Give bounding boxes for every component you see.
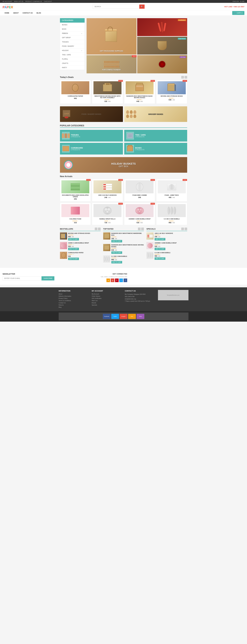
- sidebar-item-bags[interactable]: BAGS: [60, 27, 84, 31]
- sidebar-item-tissues[interactable]: TISSUES: [60, 40, 84, 44]
- sidebar-item-crafts[interactable]: CRAFTS: [60, 61, 84, 66]
- nav-blog[interactable]: BLOG: [34, 10, 43, 16]
- footer-link-myaccount[interactable]: My Account: [92, 293, 122, 295]
- newsletter-email-input[interactable]: [2, 276, 42, 280]
- sidebar-item-ribbon[interactable]: RIBBON ►: [60, 31, 84, 36]
- product-card: 5 X 300 X 50M BUBBLE ★★★★☆ 96$ 50$: [156, 203, 187, 225]
- category-boxes[interactable]: BOXES 6 PRODUCTS: [124, 143, 187, 154]
- product-image: [158, 204, 186, 217]
- stars: ★★★★☆: [154, 254, 187, 255]
- footer-contact: CONTACT US My Company Glasgow G04 8NO 00…: [125, 290, 155, 309]
- topbar-left: MY ACCOUNT WISH LIST (0) PRODUCT COMPARE…: [2, 1, 52, 2]
- footer-link-wishlist[interactable]: Wish List: [92, 300, 122, 301]
- banner-paper[interactable]: Paper Boxes: [137, 37, 187, 55]
- stars: ★★★★☆: [154, 234, 187, 236]
- add-to-cart-button[interactable]: ADD TO CART: [154, 238, 165, 240]
- add-to-cart-button[interactable]: ADD TO CART: [111, 240, 122, 242]
- food-bakery-banner[interactable]: Lunch FOOD / BAKERY BOXES: [60, 106, 123, 122]
- sidebar-item-giftwrap[interactable]: GIFT WRAP: [60, 36, 84, 40]
- footer: INFORMATION About Delivery Information P…: [0, 287, 247, 311]
- sale-badge: SALE: [182, 179, 187, 181]
- sidebar-item-food[interactable]: FOOD / BAKERY: [60, 44, 84, 48]
- facebook-icon[interactable]: f: [124, 278, 127, 282]
- grocery-banner[interactable]: GROCERY BOXES: [124, 106, 187, 122]
- todays-deals-title: Today's Deals: [60, 76, 74, 78]
- main-container: CATEGORIES BOXES BAGS RIBBON ► GIFT WRAP…: [59, 18, 188, 73]
- category-tissues-info: TISSUES 4 PRODUCTS: [71, 134, 80, 138]
- holiday-banner[interactable]: HOLIDAY BUSKETS GIFT BOX: [60, 157, 187, 173]
- sidebar-item-holiday[interactable]: HOLIDAY ►: [60, 48, 84, 53]
- mini-price: 64$ 20$: [68, 236, 100, 238]
- footer-link-blog[interactable]: Blog: [59, 306, 89, 308]
- footer-contact-title: CONTACT US: [125, 290, 155, 292]
- footer-link-giftcerts[interactable]: Gift Certificates: [92, 298, 122, 299]
- topbar-compare[interactable]: PRODUCT COMPARE (0): [25, 1, 42, 2]
- banner-food-tag: Food/Bakery: [178, 19, 186, 21]
- mini-product-name: 1500M X 100M BUBBLE WRAP: [68, 242, 100, 244]
- topbar-account[interactable]: MY ACCOUNT: [2, 1, 12, 2]
- twitter-icon[interactable]: t: [119, 278, 123, 282]
- search-button[interactable]: 🔍: [139, 4, 144, 9]
- pinterest-icon[interactable]: P: [115, 278, 119, 282]
- product-stars: ★★★★☆: [158, 220, 186, 222]
- footer-link-orderhistory[interactable]: Order History: [92, 296, 122, 297]
- add-to-cart-button[interactable]: ADD TO CART: [68, 238, 79, 240]
- footer-link-brands[interactable]: Brands: [92, 302, 122, 304]
- footer-link-delivery[interactable]: Delivery Information: [59, 296, 89, 297]
- banner-confect[interactable]: SALE FOR CONFECTIONERY: [86, 55, 136, 73]
- footer-link-returns[interactable]: Returns: [59, 304, 89, 306]
- category-tissues[interactable]: TISSUES 4 PRODUCTS: [60, 130, 123, 142]
- footer-link-specials[interactable]: Specials: [92, 304, 122, 306]
- footer-link-about[interactable]: About: [59, 293, 89, 295]
- sidebar-item-floral[interactable]: FLORAL: [60, 57, 84, 61]
- nav-contact[interactable]: CONTACT US: [21, 10, 35, 16]
- google-badge: Google+: [120, 314, 128, 319]
- footer-link-terms[interactable]: Terms & Conditions: [59, 300, 89, 301]
- google-icon[interactable]: g: [111, 278, 114, 282]
- footer-link-contact[interactable]: Contact Us: [59, 302, 89, 304]
- bestsellers-next[interactable]: ›: [98, 228, 100, 230]
- mini-product-info: 1000 X A6 SELF ADHESIVE ★★★★☆ 24$ 10$ AD…: [154, 232, 187, 240]
- top-rated-prev[interactable]: ‹: [138, 228, 140, 230]
- search-input[interactable]: [93, 4, 139, 9]
- topbar-checkout[interactable]: CHECKOUT: [44, 1, 52, 2]
- nav-about[interactable]: ABOUT: [11, 10, 21, 16]
- rss-icon[interactable]: ●: [106, 278, 110, 282]
- topbar-currency[interactable]: $ USD: [240, 1, 244, 2]
- category-name: BOXES: [135, 147, 144, 149]
- product-price: 96$ 50$: [158, 222, 186, 224]
- category-cardboard[interactable]: CARDBOARD 5 PRODUCTS: [60, 143, 123, 154]
- product-card: SALE DOCUMENTS ENCLOSED ENVELOPES GREEN …: [60, 179, 91, 202]
- footer-link-privacy[interactable]: Privacy Policy: [59, 298, 89, 299]
- add-to-cart-button[interactable]: ADD TO CART: [111, 261, 122, 264]
- tissues-icon-box: [62, 132, 70, 140]
- top-rated-next[interactable]: ›: [141, 228, 144, 230]
- nav-home[interactable]: HOME: [2, 10, 11, 16]
- bestsellers-prev[interactable]: ‹: [95, 228, 97, 230]
- category-tins[interactable]: TINS / JARS 3 PRODUCTS: [124, 130, 187, 142]
- sidebar-item-boxes[interactable]: BOXES: [60, 23, 84, 27]
- banner-main[interactable]: GIFT PACKAGING SUPPLIES: [86, 18, 136, 54]
- newsletter-subscribe-button[interactable]: SUBSCRIBE: [42, 276, 54, 280]
- specials-title: SPECIALS ‹ ›: [146, 228, 187, 231]
- specials-prev[interactable]: ‹: [181, 228, 184, 230]
- topbar-wishlist[interactable]: WISH LIST (0): [14, 1, 23, 2]
- mini-product-name: 1500MM X 100M BUBBLE WRAP: [154, 242, 187, 244]
- add-to-cart-button[interactable]: ADD TO CART: [68, 248, 79, 250]
- cart-button[interactable]: 🛒 CART: 0: [232, 11, 244, 15]
- product-card: SALE FOAM - 12MM THICK 40$ 50$: [156, 179, 187, 202]
- specials-next[interactable]: ›: [184, 228, 187, 230]
- prev-button[interactable]: ‹: [181, 76, 184, 78]
- banner-food[interactable]: Food/Bakery: [137, 18, 187, 36]
- banner-gift[interactable]: Gift Wrap: [137, 55, 187, 73]
- next-button[interactable]: ›: [184, 76, 187, 78]
- add-to-cart-button[interactable]: ADD TO CART: [154, 248, 165, 250]
- sidebar-item-label: CRAFTS: [62, 62, 68, 64]
- add-to-cart-button[interactable]: ADD TO CART: [111, 251, 122, 254]
- topbar-language[interactable]: ENGLISH: [232, 1, 239, 2]
- add-to-cart-button[interactable]: ADD TO CART: [154, 257, 165, 260]
- add-to-cart-button[interactable]: ADD TO CART: [68, 258, 79, 260]
- logo[interactable]: MARKET PAPER: [2, 4, 13, 9]
- sidebar-item-party[interactable]: PARTY: [60, 66, 84, 70]
- sidebar-item-tins[interactable]: TINS / JARS: [60, 53, 84, 57]
